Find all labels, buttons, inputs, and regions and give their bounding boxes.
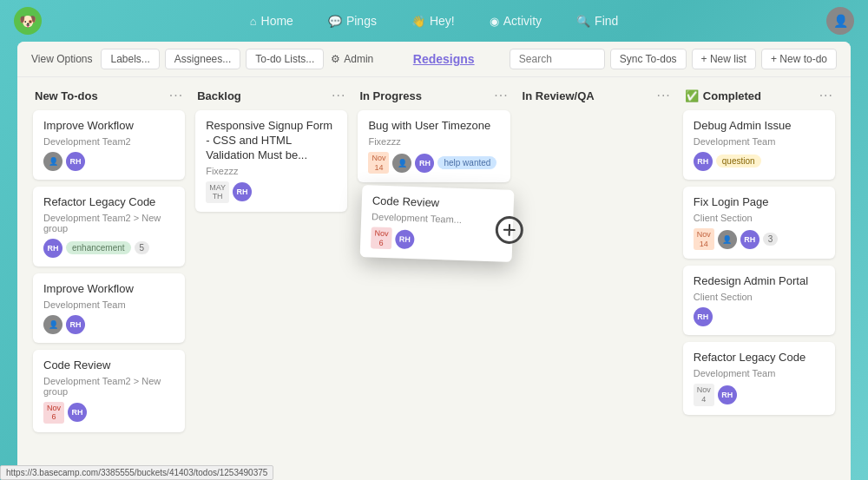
assignees-button[interactable]: Assignees... [165, 49, 240, 69]
card-footer: Nov 6 RH [43, 402, 174, 424]
main-content: View Options Labels... Assignees... To-d… [17, 42, 851, 480]
card-footer: MAY TH RH [206, 181, 337, 204]
date-day: 14 [374, 163, 383, 173]
search-input[interactable] [510, 49, 605, 69]
sync-button[interactable]: Sync To-dos [610, 49, 687, 69]
nav-find-label: Find [595, 14, 618, 28]
labels-button[interactable]: Labels... [101, 49, 159, 69]
nav-hey-label: Hey! [430, 14, 455, 28]
avatar-rh: RH [66, 152, 85, 171]
avatar-rh: RH [415, 154, 434, 173]
card-comp3[interactable]: Redesign Admin Portal Client Section RH [683, 266, 835, 335]
card-footer: 👤 RH [43, 315, 174, 334]
card-title: Debug Admin Issue [694, 119, 825, 134]
top-nav: 🐶 ⌂ Home 💬 Pings 👋 Hey! ◉ Activity 🔍 Fin… [0, 0, 868, 42]
admin-section: ⚙ Admin [331, 53, 373, 65]
avatar: 👤 [718, 230, 737, 249]
date-month: MAY [209, 183, 226, 193]
dragging-card-title: Code Review [372, 194, 503, 213]
date-badge: Nov6 [371, 227, 392, 249]
col-menu-in-progress[interactable]: ··· [494, 88, 508, 103]
col-completed: ✅ Completed ··· Debug Admin Issue Develo… [678, 88, 840, 472]
card-ip1[interactable]: Bug with User Timezone Fixezzz Nov 14 👤 … [358, 110, 510, 182]
card-c1[interactable]: Improve Workflow Development Team2 👤 RH [33, 110, 185, 180]
badge-question: question [716, 155, 761, 168]
nav-hey[interactable]: 👋 Hey! [404, 10, 462, 31]
col-backlog: Backlog ··· Responsive Signup Form - CSS… [190, 88, 352, 472]
card-title: Improve Workflow [43, 119, 174, 134]
card-c2[interactable]: Refactor Legacy Code Development Team2 >… [33, 187, 185, 266]
card-c3[interactable]: Improve Workflow Development Team 👤 RH [33, 273, 185, 343]
badge-count: 3 [763, 233, 779, 246]
new-list-button[interactable]: + New list [692, 49, 756, 69]
col-menu-new-todos[interactable]: ··· [169, 88, 183, 103]
card-footer: 👤 RH [43, 152, 174, 171]
col-title-in-review: In Review/QA [523, 89, 595, 102]
app-logo[interactable]: 🐶 [14, 7, 42, 35]
col-new-todos: New To-dos ··· Improve Workflow Developm… [28, 88, 190, 472]
badge-enhancement: enhancement [66, 241, 131, 254]
col-title-completed-wrap: ✅ Completed [685, 89, 761, 102]
dragging-card-subtitle: Development Team... [372, 211, 503, 226]
col-menu-completed[interactable]: ··· [819, 88, 833, 103]
avatar-rh: RH [68, 403, 87, 422]
card-title: Refactor Legacy Code [43, 195, 174, 210]
col-header-completed: ✅ Completed ··· [683, 88, 835, 103]
card-title: Redesign Admin Portal [694, 274, 825, 289]
card-title: Improve Workflow [43, 282, 174, 297]
nav-activity[interactable]: ◉ Activity [483, 10, 549, 31]
date-badge: Nov14 [694, 228, 714, 251]
card-comp4[interactable]: Refactor Legacy Code Development Team No… [683, 342, 835, 414]
col-header-backlog: Backlog ··· [195, 88, 347, 103]
badge-help-wanted: help wanted [437, 156, 496, 169]
card-footer: Nov14 👤 RH 3 [694, 228, 825, 251]
dragging-card[interactable]: Code Review Development Team... Nov6 RH [360, 185, 515, 263]
date-month: Nov [372, 154, 385, 163]
date-badge: Nov 14 [368, 152, 389, 174]
avatar: 👤 [43, 315, 62, 334]
avatar-rh: RH [694, 307, 713, 326]
col-in-review: In Review/QA ··· [516, 88, 678, 472]
card-subtitle: Client Section [694, 292, 825, 302]
toolbar: View Options Labels... Assignees... To-d… [17, 42, 851, 77]
avatar-rh: RH [694, 152, 713, 171]
card-footer: RH [694, 307, 825, 326]
find-icon: 🔍 [576, 15, 590, 28]
gear-icon: ⚙ [331, 53, 340, 65]
col-title-completed: Completed [703, 89, 761, 102]
avatar: 👤 [43, 152, 62, 171]
col-header-in-review: In Review/QA ··· [521, 88, 673, 103]
card-c4[interactable]: Code Review Development Team2 > New grou… [33, 350, 185, 432]
card-comp2[interactable]: Fix Login Page Client Section Nov14 👤 RH… [683, 187, 835, 259]
col-menu-backlog[interactable]: ··· [332, 88, 345, 103]
date-day: TH [213, 192, 223, 201]
avatar-rh: RH [718, 385, 737, 404]
user-avatar[interactable]: 👤 [826, 7, 854, 35]
avatar-rh: RH [233, 182, 252, 201]
card-title: Responsive Signup Form - CSS and HTML Va… [206, 119, 337, 163]
col-menu-in-review[interactable]: ··· [656, 88, 670, 103]
date-badge: MAY TH [206, 181, 229, 204]
card-subtitle: Development Team [43, 299, 174, 310]
card-b1[interactable]: Responsive Signup Form - CSS and HTML Va… [195, 110, 347, 212]
nav-home[interactable]: ⌂ Home [243, 10, 300, 31]
col-header-new-todos: New To-dos ··· [33, 88, 185, 103]
new-todo-button[interactable]: + New to-do [761, 49, 837, 69]
home-icon: ⌂ [250, 15, 257, 28]
view-options-label: View Options [31, 53, 92, 65]
card-title: Fix Login Page [694, 195, 825, 210]
hey-icon: 👋 [411, 15, 425, 28]
kanban-board: New To-dos ··· Improve Workflow Developm… [17, 77, 851, 472]
card-subtitle: Fixezzz [368, 136, 499, 147]
date-badge: Nov4 [694, 384, 714, 406]
nav-pings[interactable]: 💬 Pings [321, 10, 384, 31]
url-bar: https://3.basecamp.com/3385555/buckets/4… [0, 465, 273, 480]
nav-pings-label: Pings [346, 14, 377, 28]
date-badge: Nov 6 [43, 402, 64, 424]
todolists-button[interactable]: To-do Lists... [246, 49, 324, 69]
card-subtitle: Development Team2 > New group [43, 213, 174, 233]
card-comp1[interactable]: Debug Admin Issue Development Team RH qu… [683, 110, 835, 180]
card-subtitle: Development Team2 > New group [43, 376, 174, 397]
project-title[interactable]: Redesigns [385, 52, 503, 66]
nav-find[interactable]: 🔍 Find [569, 10, 625, 31]
